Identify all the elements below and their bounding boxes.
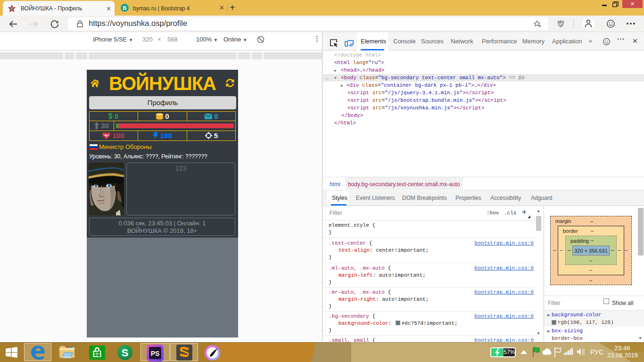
svg-text:PS: PS (151, 350, 160, 357)
svg-text:B: B (123, 5, 127, 11)
svg-text:S: S (122, 347, 129, 359)
